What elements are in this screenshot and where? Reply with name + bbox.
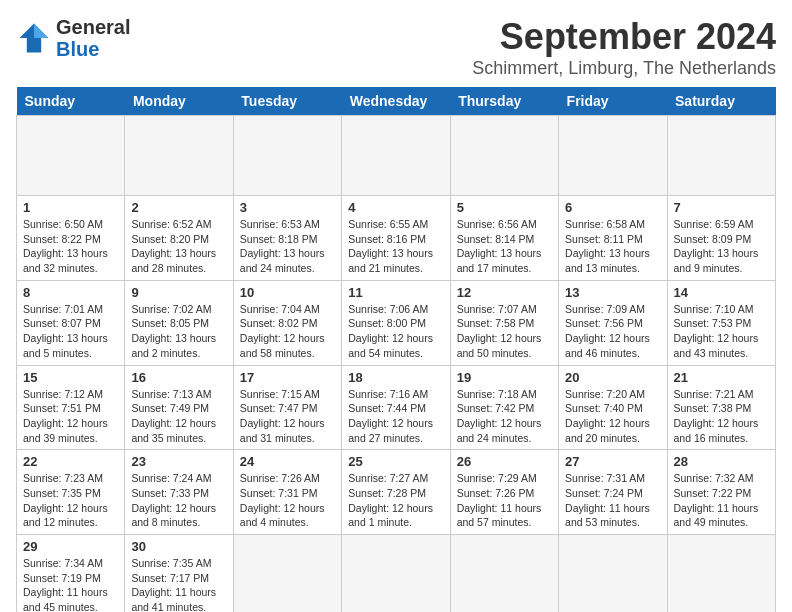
col-header-monday: Monday [125,87,233,116]
day-number: 7 [674,200,769,215]
day-info: Sunrise: 6:50 AM Sunset: 8:22 PM Dayligh… [23,217,118,276]
week-row-0 [17,116,776,196]
day-number: 19 [457,370,552,385]
day-cell: 18Sunrise: 7:16 AM Sunset: 7:44 PM Dayli… [342,365,450,450]
day-cell [559,535,667,613]
day-cell: 11Sunrise: 7:06 AM Sunset: 8:00 PM Dayli… [342,280,450,365]
day-info: Sunrise: 6:55 AM Sunset: 8:16 PM Dayligh… [348,217,443,276]
day-info: Sunrise: 7:26 AM Sunset: 7:31 PM Dayligh… [240,471,335,530]
day-cell: 23Sunrise: 7:24 AM Sunset: 7:33 PM Dayli… [125,450,233,535]
day-number: 14 [674,285,769,300]
logo: General Blue [16,16,130,60]
week-row-5: 29Sunrise: 7:34 AM Sunset: 7:19 PM Dayli… [17,535,776,613]
day-info: Sunrise: 6:58 AM Sunset: 8:11 PM Dayligh… [565,217,660,276]
day-info: Sunrise: 7:02 AM Sunset: 8:05 PM Dayligh… [131,302,226,361]
day-number: 4 [348,200,443,215]
location-subtitle: Schimmert, Limburg, The Netherlands [472,58,776,79]
day-info: Sunrise: 7:24 AM Sunset: 7:33 PM Dayligh… [131,471,226,530]
week-row-2: 8Sunrise: 7:01 AM Sunset: 8:07 PM Daylig… [17,280,776,365]
day-info: Sunrise: 7:04 AM Sunset: 8:02 PM Dayligh… [240,302,335,361]
day-number: 5 [457,200,552,215]
day-info: Sunrise: 7:23 AM Sunset: 7:35 PM Dayligh… [23,471,118,530]
day-info: Sunrise: 6:53 AM Sunset: 8:18 PM Dayligh… [240,217,335,276]
week-row-3: 15Sunrise: 7:12 AM Sunset: 7:51 PM Dayli… [17,365,776,450]
day-cell: 1Sunrise: 6:50 AM Sunset: 8:22 PM Daylig… [17,196,125,281]
day-number: 15 [23,370,118,385]
day-cell: 17Sunrise: 7:15 AM Sunset: 7:47 PM Dayli… [233,365,341,450]
day-cell: 25Sunrise: 7:27 AM Sunset: 7:28 PM Dayli… [342,450,450,535]
day-cell: 16Sunrise: 7:13 AM Sunset: 7:49 PM Dayli… [125,365,233,450]
day-info: Sunrise: 7:07 AM Sunset: 7:58 PM Dayligh… [457,302,552,361]
day-cell: 26Sunrise: 7:29 AM Sunset: 7:26 PM Dayli… [450,450,558,535]
day-cell: 8Sunrise: 7:01 AM Sunset: 8:07 PM Daylig… [17,280,125,365]
day-cell [233,116,341,196]
day-info: Sunrise: 7:16 AM Sunset: 7:44 PM Dayligh… [348,387,443,446]
day-number: 2 [131,200,226,215]
day-number: 12 [457,285,552,300]
day-cell [233,535,341,613]
day-number: 24 [240,454,335,469]
day-cell: 6Sunrise: 6:58 AM Sunset: 8:11 PM Daylig… [559,196,667,281]
col-header-friday: Friday [559,87,667,116]
day-info: Sunrise: 7:13 AM Sunset: 7:49 PM Dayligh… [131,387,226,446]
col-header-thursday: Thursday [450,87,558,116]
col-header-saturday: Saturday [667,87,775,116]
day-number: 30 [131,539,226,554]
day-cell [450,535,558,613]
day-number: 3 [240,200,335,215]
day-info: Sunrise: 7:35 AM Sunset: 7:17 PM Dayligh… [131,556,226,612]
calendar-table: SundayMondayTuesdayWednesdayThursdayFrid… [16,87,776,612]
day-number: 18 [348,370,443,385]
day-cell [450,116,558,196]
day-number: 27 [565,454,660,469]
day-number: 16 [131,370,226,385]
day-cell: 10Sunrise: 7:04 AM Sunset: 8:02 PM Dayli… [233,280,341,365]
day-cell: 12Sunrise: 7:07 AM Sunset: 7:58 PM Dayli… [450,280,558,365]
day-cell [342,116,450,196]
day-cell: 3Sunrise: 6:53 AM Sunset: 8:18 PM Daylig… [233,196,341,281]
day-cell [667,535,775,613]
day-info: Sunrise: 7:27 AM Sunset: 7:28 PM Dayligh… [348,471,443,530]
day-info: Sunrise: 7:09 AM Sunset: 7:56 PM Dayligh… [565,302,660,361]
day-cell: 21Sunrise: 7:21 AM Sunset: 7:38 PM Dayli… [667,365,775,450]
svg-marker-1 [34,24,48,38]
day-cell: 29Sunrise: 7:34 AM Sunset: 7:19 PM Dayli… [17,535,125,613]
day-number: 8 [23,285,118,300]
logo-icon [16,20,52,56]
day-info: Sunrise: 6:59 AM Sunset: 8:09 PM Dayligh… [674,217,769,276]
day-cell: 19Sunrise: 7:18 AM Sunset: 7:42 PM Dayli… [450,365,558,450]
day-number: 20 [565,370,660,385]
day-cell: 22Sunrise: 7:23 AM Sunset: 7:35 PM Dayli… [17,450,125,535]
day-cell [559,116,667,196]
header: General Blue September 2024 Schimmert, L… [16,16,776,79]
day-cell: 28Sunrise: 7:32 AM Sunset: 7:22 PM Dayli… [667,450,775,535]
day-cell: 15Sunrise: 7:12 AM Sunset: 7:51 PM Dayli… [17,365,125,450]
day-info: Sunrise: 7:18 AM Sunset: 7:42 PM Dayligh… [457,387,552,446]
month-title: September 2024 [472,16,776,58]
day-info: Sunrise: 6:52 AM Sunset: 8:20 PM Dayligh… [131,217,226,276]
day-info: Sunrise: 7:29 AM Sunset: 7:26 PM Dayligh… [457,471,552,530]
day-cell [17,116,125,196]
day-cell: 7Sunrise: 6:59 AM Sunset: 8:09 PM Daylig… [667,196,775,281]
day-info: Sunrise: 7:15 AM Sunset: 7:47 PM Dayligh… [240,387,335,446]
day-number: 26 [457,454,552,469]
day-number: 9 [131,285,226,300]
week-row-4: 22Sunrise: 7:23 AM Sunset: 7:35 PM Dayli… [17,450,776,535]
day-number: 11 [348,285,443,300]
col-header-sunday: Sunday [17,87,125,116]
day-number: 10 [240,285,335,300]
day-cell: 2Sunrise: 6:52 AM Sunset: 8:20 PM Daylig… [125,196,233,281]
day-info: Sunrise: 7:12 AM Sunset: 7:51 PM Dayligh… [23,387,118,446]
day-number: 23 [131,454,226,469]
logo-text: General Blue [56,16,130,60]
day-info: Sunrise: 7:32 AM Sunset: 7:22 PM Dayligh… [674,471,769,530]
day-info: Sunrise: 7:10 AM Sunset: 7:53 PM Dayligh… [674,302,769,361]
day-number: 13 [565,285,660,300]
day-info: Sunrise: 7:06 AM Sunset: 8:00 PM Dayligh… [348,302,443,361]
day-cell: 30Sunrise: 7:35 AM Sunset: 7:17 PM Dayli… [125,535,233,613]
day-cell: 4Sunrise: 6:55 AM Sunset: 8:16 PM Daylig… [342,196,450,281]
week-row-1: 1Sunrise: 6:50 AM Sunset: 8:22 PM Daylig… [17,196,776,281]
day-info: Sunrise: 7:21 AM Sunset: 7:38 PM Dayligh… [674,387,769,446]
day-number: 6 [565,200,660,215]
day-info: Sunrise: 7:01 AM Sunset: 8:07 PM Dayligh… [23,302,118,361]
